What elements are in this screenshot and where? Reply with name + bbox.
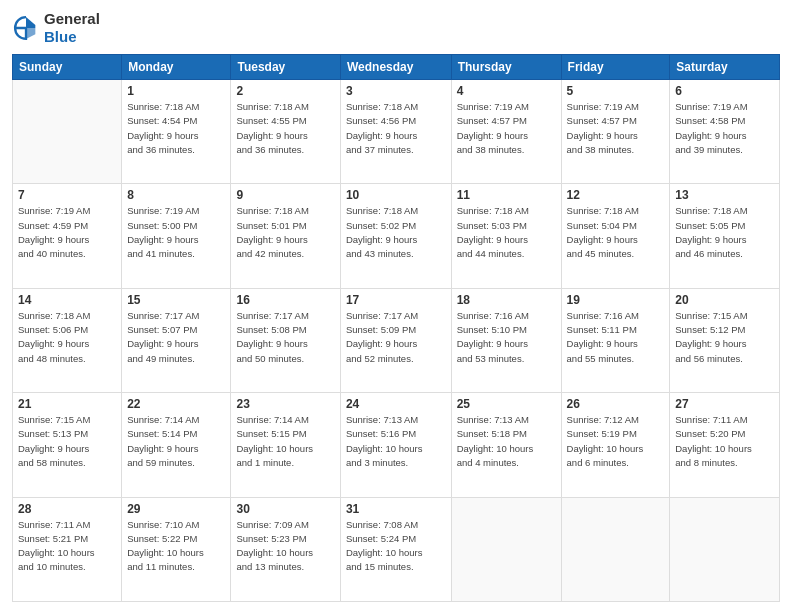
calendar-cell: 31Sunrise: 7:08 AMSunset: 5:24 PMDayligh…: [340, 497, 451, 601]
day-number: 10: [346, 188, 446, 202]
day-info: Sunrise: 7:15 AMSunset: 5:13 PMDaylight:…: [18, 413, 116, 470]
day-number: 7: [18, 188, 116, 202]
day-number: 3: [346, 84, 446, 98]
calendar-cell: 30Sunrise: 7:09 AMSunset: 5:23 PMDayligh…: [231, 497, 340, 601]
calendar-cell: 28Sunrise: 7:11 AMSunset: 5:21 PMDayligh…: [13, 497, 122, 601]
day-number: 19: [567, 293, 665, 307]
calendar-cell: 22Sunrise: 7:14 AMSunset: 5:14 PMDayligh…: [122, 393, 231, 497]
day-info: Sunrise: 7:10 AMSunset: 5:22 PMDaylight:…: [127, 518, 225, 575]
day-number: 30: [236, 502, 334, 516]
calendar-cell: 2Sunrise: 7:18 AMSunset: 4:55 PMDaylight…: [231, 80, 340, 184]
day-number: 20: [675, 293, 774, 307]
calendar-cell: [561, 497, 670, 601]
day-info: Sunrise: 7:16 AMSunset: 5:11 PMDaylight:…: [567, 309, 665, 366]
day-number: 17: [346, 293, 446, 307]
day-info: Sunrise: 7:19 AMSunset: 5:00 PMDaylight:…: [127, 204, 225, 261]
day-info: Sunrise: 7:14 AMSunset: 5:15 PMDaylight:…: [236, 413, 334, 470]
calendar-cell: 18Sunrise: 7:16 AMSunset: 5:10 PMDayligh…: [451, 288, 561, 392]
day-number: 31: [346, 502, 446, 516]
day-number: 1: [127, 84, 225, 98]
day-info: Sunrise: 7:13 AMSunset: 5:16 PMDaylight:…: [346, 413, 446, 470]
page: General Blue SundayMondayTuesdayWednesda…: [0, 0, 792, 612]
day-number: 22: [127, 397, 225, 411]
calendar-cell: 29Sunrise: 7:10 AMSunset: 5:22 PMDayligh…: [122, 497, 231, 601]
calendar-cell: 24Sunrise: 7:13 AMSunset: 5:16 PMDayligh…: [340, 393, 451, 497]
day-number: 27: [675, 397, 774, 411]
day-info: Sunrise: 7:11 AMSunset: 5:20 PMDaylight:…: [675, 413, 774, 470]
day-info: Sunrise: 7:19 AMSunset: 4:59 PMDaylight:…: [18, 204, 116, 261]
calendar-cell: 1Sunrise: 7:18 AMSunset: 4:54 PMDaylight…: [122, 80, 231, 184]
day-info: Sunrise: 7:19 AMSunset: 4:58 PMDaylight:…: [675, 100, 774, 157]
day-header-friday: Friday: [561, 55, 670, 80]
day-number: 13: [675, 188, 774, 202]
week-row-3: 14Sunrise: 7:18 AMSunset: 5:06 PMDayligh…: [13, 288, 780, 392]
day-number: 5: [567, 84, 665, 98]
calendar-cell: 25Sunrise: 7:13 AMSunset: 5:18 PMDayligh…: [451, 393, 561, 497]
day-number: 24: [346, 397, 446, 411]
calendar-cell: [670, 497, 780, 601]
day-info: Sunrise: 7:19 AMSunset: 4:57 PMDaylight:…: [457, 100, 556, 157]
day-number: 2: [236, 84, 334, 98]
calendar-cell: [451, 497, 561, 601]
day-number: 29: [127, 502, 225, 516]
week-row-2: 7Sunrise: 7:19 AMSunset: 4:59 PMDaylight…: [13, 184, 780, 288]
calendar-cell: 4Sunrise: 7:19 AMSunset: 4:57 PMDaylight…: [451, 80, 561, 184]
calendar-cell: 20Sunrise: 7:15 AMSunset: 5:12 PMDayligh…: [670, 288, 780, 392]
day-info: Sunrise: 7:18 AMSunset: 5:05 PMDaylight:…: [675, 204, 774, 261]
day-info: Sunrise: 7:18 AMSunset: 5:03 PMDaylight:…: [457, 204, 556, 261]
calendar-cell: 17Sunrise: 7:17 AMSunset: 5:09 PMDayligh…: [340, 288, 451, 392]
day-number: 6: [675, 84, 774, 98]
day-info: Sunrise: 7:16 AMSunset: 5:10 PMDaylight:…: [457, 309, 556, 366]
calendar-cell: 12Sunrise: 7:18 AMSunset: 5:04 PMDayligh…: [561, 184, 670, 288]
day-number: 8: [127, 188, 225, 202]
day-info: Sunrise: 7:17 AMSunset: 5:07 PMDaylight:…: [127, 309, 225, 366]
calendar-cell: 23Sunrise: 7:14 AMSunset: 5:15 PMDayligh…: [231, 393, 340, 497]
calendar-cell: 10Sunrise: 7:18 AMSunset: 5:02 PMDayligh…: [340, 184, 451, 288]
header: General Blue: [12, 10, 780, 46]
day-info: Sunrise: 7:15 AMSunset: 5:12 PMDaylight:…: [675, 309, 774, 366]
day-header-thursday: Thursday: [451, 55, 561, 80]
week-row-4: 21Sunrise: 7:15 AMSunset: 5:13 PMDayligh…: [13, 393, 780, 497]
day-header-wednesday: Wednesday: [340, 55, 451, 80]
calendar-cell: 13Sunrise: 7:18 AMSunset: 5:05 PMDayligh…: [670, 184, 780, 288]
day-number: 4: [457, 84, 556, 98]
day-info: Sunrise: 7:19 AMSunset: 4:57 PMDaylight:…: [567, 100, 665, 157]
day-number: 23: [236, 397, 334, 411]
day-info: Sunrise: 7:18 AMSunset: 5:02 PMDaylight:…: [346, 204, 446, 261]
day-info: Sunrise: 7:11 AMSunset: 5:21 PMDaylight:…: [18, 518, 116, 575]
day-info: Sunrise: 7:12 AMSunset: 5:19 PMDaylight:…: [567, 413, 665, 470]
calendar-cell: 5Sunrise: 7:19 AMSunset: 4:57 PMDaylight…: [561, 80, 670, 184]
day-info: Sunrise: 7:18 AMSunset: 5:04 PMDaylight:…: [567, 204, 665, 261]
day-info: Sunrise: 7:18 AMSunset: 4:54 PMDaylight:…: [127, 100, 225, 157]
day-info: Sunrise: 7:18 AMSunset: 4:56 PMDaylight:…: [346, 100, 446, 157]
day-number: 25: [457, 397, 556, 411]
day-number: 21: [18, 397, 116, 411]
calendar-cell: 21Sunrise: 7:15 AMSunset: 5:13 PMDayligh…: [13, 393, 122, 497]
day-number: 28: [18, 502, 116, 516]
calendar-cell: 6Sunrise: 7:19 AMSunset: 4:58 PMDaylight…: [670, 80, 780, 184]
calendar-cell: 16Sunrise: 7:17 AMSunset: 5:08 PMDayligh…: [231, 288, 340, 392]
calendar-cell: 3Sunrise: 7:18 AMSunset: 4:56 PMDaylight…: [340, 80, 451, 184]
day-number: 11: [457, 188, 556, 202]
day-number: 26: [567, 397, 665, 411]
day-header-monday: Monday: [122, 55, 231, 80]
day-info: Sunrise: 7:18 AMSunset: 5:01 PMDaylight:…: [236, 204, 334, 261]
calendar-cell: 26Sunrise: 7:12 AMSunset: 5:19 PMDayligh…: [561, 393, 670, 497]
logo-text: General Blue: [44, 10, 100, 46]
calendar-cell: [13, 80, 122, 184]
week-row-1: 1Sunrise: 7:18 AMSunset: 4:54 PMDaylight…: [13, 80, 780, 184]
day-info: Sunrise: 7:09 AMSunset: 5:23 PMDaylight:…: [236, 518, 334, 575]
calendar-header-row: SundayMondayTuesdayWednesdayThursdayFrid…: [13, 55, 780, 80]
logo: General Blue: [12, 10, 100, 46]
calendar-cell: 27Sunrise: 7:11 AMSunset: 5:20 PMDayligh…: [670, 393, 780, 497]
day-info: Sunrise: 7:08 AMSunset: 5:24 PMDaylight:…: [346, 518, 446, 575]
day-number: 12: [567, 188, 665, 202]
calendar-cell: 19Sunrise: 7:16 AMSunset: 5:11 PMDayligh…: [561, 288, 670, 392]
day-header-tuesday: Tuesday: [231, 55, 340, 80]
day-info: Sunrise: 7:17 AMSunset: 5:09 PMDaylight:…: [346, 309, 446, 366]
day-info: Sunrise: 7:14 AMSunset: 5:14 PMDaylight:…: [127, 413, 225, 470]
day-info: Sunrise: 7:18 AMSunset: 5:06 PMDaylight:…: [18, 309, 116, 366]
calendar-cell: 11Sunrise: 7:18 AMSunset: 5:03 PMDayligh…: [451, 184, 561, 288]
day-info: Sunrise: 7:18 AMSunset: 4:55 PMDaylight:…: [236, 100, 334, 157]
calendar-cell: 15Sunrise: 7:17 AMSunset: 5:07 PMDayligh…: [122, 288, 231, 392]
